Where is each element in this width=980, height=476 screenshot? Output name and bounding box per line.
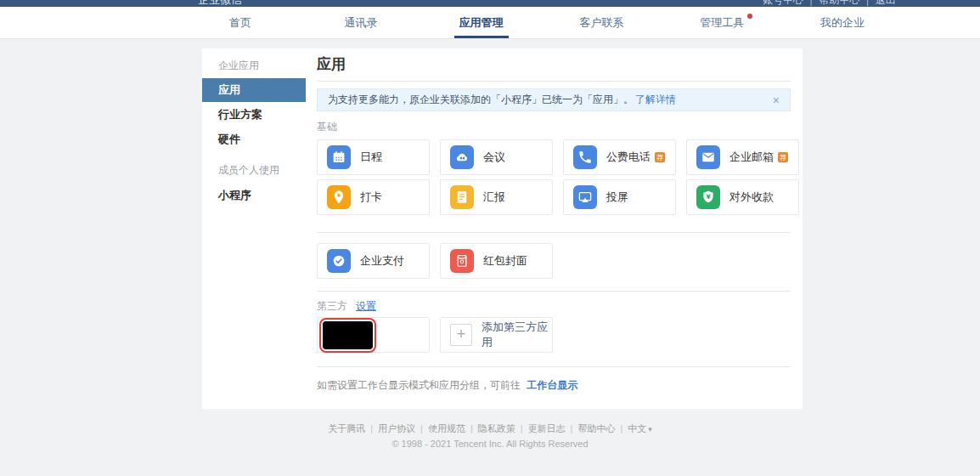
third-party-app-card-redacted[interactable] bbox=[317, 317, 430, 353]
app-name: 对外收款 bbox=[729, 190, 774, 205]
nav-tab-home[interactable]: 首页 bbox=[180, 7, 301, 38]
nav-tab-contacts[interactable]: 通讯录 bbox=[301, 7, 421, 38]
meeting-icon bbox=[450, 145, 474, 169]
redacted-app-identity bbox=[323, 321, 373, 349]
app-card-report[interactable]: 汇报 bbox=[440, 179, 553, 215]
active-tab-underline bbox=[454, 36, 509, 38]
chevron-down-icon: ▾ bbox=[648, 425, 652, 434]
pay-check-icon bbox=[327, 249, 351, 273]
note-text: 如需设置工作台显示模式和应用分组，可前往 bbox=[317, 379, 521, 391]
nav-tab-app-management[interactable]: 应用管理 bbox=[421, 7, 542, 38]
language-selector[interactable]: 中文▾ bbox=[628, 423, 652, 434]
plus-icon: + bbox=[450, 324, 472, 346]
section-divider bbox=[317, 232, 791, 233]
footer-link-about-tencent[interactable]: 关于腾讯 bbox=[328, 423, 365, 434]
mail-icon bbox=[696, 145, 720, 169]
report-doc-icon bbox=[450, 185, 474, 209]
app-name: 公费电话 bbox=[606, 150, 651, 165]
screen-cast-icon bbox=[573, 185, 597, 209]
calendar-icon bbox=[327, 145, 351, 169]
app-name: 红包封面 bbox=[483, 253, 527, 269]
sidebar-item-miniprogram[interactable]: 小程序 bbox=[202, 183, 306, 207]
page-footer: 关于腾讯|用户协议|使用规范|隐私政策|更新日志|帮助中心|中文▾ © 1998… bbox=[0, 422, 980, 449]
footer-link-privacy-policy[interactable]: 隐私政策 bbox=[478, 423, 515, 434]
add-third-party-label: 添加第三方应用 bbox=[482, 320, 552, 350]
top-account-bar: 企业微信 账号中心 ｜ 帮助中心 ｜ 退出 bbox=[0, 0, 980, 7]
notification-dot bbox=[747, 14, 752, 19]
app-card-check-in[interactable]: 打卡 bbox=[317, 179, 430, 215]
workbench-note: 如需设置工作台显示模式和应用分组，可前往 工作台显示 bbox=[317, 378, 803, 393]
sidebar-item-hardware[interactable]: 硬件 bbox=[202, 127, 306, 151]
red-packet-icon bbox=[450, 249, 474, 273]
app-name: 投屏 bbox=[606, 190, 628, 205]
app-name: 打卡 bbox=[360, 190, 382, 205]
notice-text: 为支持更多能力，原企业关联添加的「小程序」已统一为「应用」。 bbox=[328, 93, 634, 107]
app-name: 企业邮箱 bbox=[729, 150, 774, 165]
main-navbar: 首页 通讯录 应用管理 客户联系 管理工具 我的企业 bbox=[0, 7, 980, 39]
learn-more-link[interactable]: 了解详情 bbox=[635, 93, 676, 107]
footer-link-changelog[interactable]: 更新日志 bbox=[528, 423, 566, 434]
third-party-label: 第三方 bbox=[317, 299, 347, 314]
footer-link-usage-rules[interactable]: 使用规范 bbox=[428, 423, 465, 434]
app-card-enterprise-mail[interactable]: 企业邮箱 荐 bbox=[686, 139, 799, 175]
third-party-header: 第三方 设置 bbox=[317, 299, 803, 314]
nav-items: 首页 通讯录 应用管理 客户联系 管理工具 我的企业 bbox=[180, 7, 903, 38]
page-title: 应用 bbox=[317, 56, 803, 73]
workbench-display-link[interactable]: 工作台显示 bbox=[527, 379, 577, 391]
third-party-settings-link[interactable]: 设置 bbox=[356, 299, 376, 314]
nav-tab-my-enterprise[interactable]: 我的企业 bbox=[782, 7, 903, 38]
sidebar-section-enterprise-apps: 企业应用 bbox=[202, 48, 306, 78]
enterprise-wechat-logo[interactable]: 企业微信 bbox=[198, 0, 242, 7]
notice-banner: 为支持更多能力，原企业关联添加的「小程序」已统一为「应用」。 了解详情 × bbox=[317, 88, 791, 111]
app-card-enterprise-pay[interactable]: 企业支付 bbox=[317, 243, 430, 279]
svg-text:¥: ¥ bbox=[706, 193, 711, 201]
nav-tab-customer-contact[interactable]: 客户联系 bbox=[541, 7, 662, 38]
footer-link-user-agreement[interactable]: 用户协议 bbox=[378, 423, 415, 434]
close-icon[interactable]: × bbox=[773, 94, 780, 106]
annotation-highlight-box bbox=[319, 318, 376, 353]
app-card-collect-payment[interactable]: ¥ 对外收款 bbox=[686, 179, 799, 215]
main-content: 应用 为支持更多能力，原企业关联添加的「小程序」已统一为「应用」。 了解详情 ×… bbox=[306, 48, 803, 409]
sidebar-item-apps[interactable]: 应用 bbox=[202, 78, 306, 102]
enterprise-wechat-admin-screen: 企业微信 账号中心 ｜ 帮助中心 ｜ 退出 首页 通讯录 应用管理 客户联系 管… bbox=[0, 0, 980, 476]
add-third-party-app-button[interactable]: + 添加第三方应用 bbox=[440, 317, 553, 353]
sidebar-item-industry-solutions[interactable]: 行业方案 bbox=[202, 102, 306, 127]
app-card-meeting[interactable]: 会议 bbox=[440, 139, 553, 175]
app-row-third-party: + 添加第三方应用 bbox=[317, 317, 803, 353]
app-name: 日程 bbox=[360, 150, 382, 165]
sidebar: 企业应用 应用 行业方案 硬件 成员个人使用 小程序 bbox=[202, 48, 306, 409]
footer-link-help-center[interactable]: 帮助中心 bbox=[577, 423, 615, 434]
app-card-calendar[interactable]: 日程 bbox=[317, 139, 430, 175]
app-row-2: 打卡 汇报 投屏 ¥ 对 bbox=[317, 179, 803, 215]
footer-links: 关于腾讯|用户协议|使用规范|隐私政策|更新日志|帮助中心|中文▾ bbox=[0, 422, 980, 435]
app-name: 会议 bbox=[483, 150, 505, 165]
section-divider bbox=[317, 366, 791, 367]
app-row-1: 日程 会议 公费电话 荐 bbox=[317, 139, 803, 175]
nav-tab-admin-tools[interactable]: 管理工具 bbox=[662, 7, 782, 38]
app-name: 汇报 bbox=[483, 190, 505, 205]
phone-icon bbox=[573, 145, 597, 169]
shield-yuan-icon: ¥ bbox=[696, 185, 720, 209]
app-name: 企业支付 bbox=[360, 253, 404, 269]
sidebar-section-member-personal: 成员个人使用 bbox=[202, 151, 306, 183]
content-panel: 企业应用 应用 行业方案 硬件 成员个人使用 小程序 应用 为支持更多能力，原企… bbox=[202, 48, 803, 409]
account-links[interactable]: 账号中心 ｜ 帮助中心 ｜ 退出 bbox=[763, 0, 896, 7]
app-card-free-call[interactable]: 公费电话 荐 bbox=[563, 139, 676, 175]
paid-badge-icon: 荐 bbox=[778, 152, 788, 162]
paid-badge-icon: 荐 bbox=[655, 152, 665, 162]
title-divider bbox=[317, 81, 791, 82]
app-row-3: 企业支付 红包封面 bbox=[317, 243, 803, 279]
basic-section-label: 基础 bbox=[317, 120, 803, 134]
copyright-text: © 1998 - 2021 Tencent Inc. All Rights Re… bbox=[0, 439, 980, 449]
location-pin-icon bbox=[327, 185, 351, 209]
app-card-screen-cast[interactable]: 投屏 bbox=[563, 179, 676, 215]
section-divider bbox=[317, 291, 791, 292]
app-card-red-packet-cover[interactable]: 红包封面 bbox=[440, 243, 553, 279]
